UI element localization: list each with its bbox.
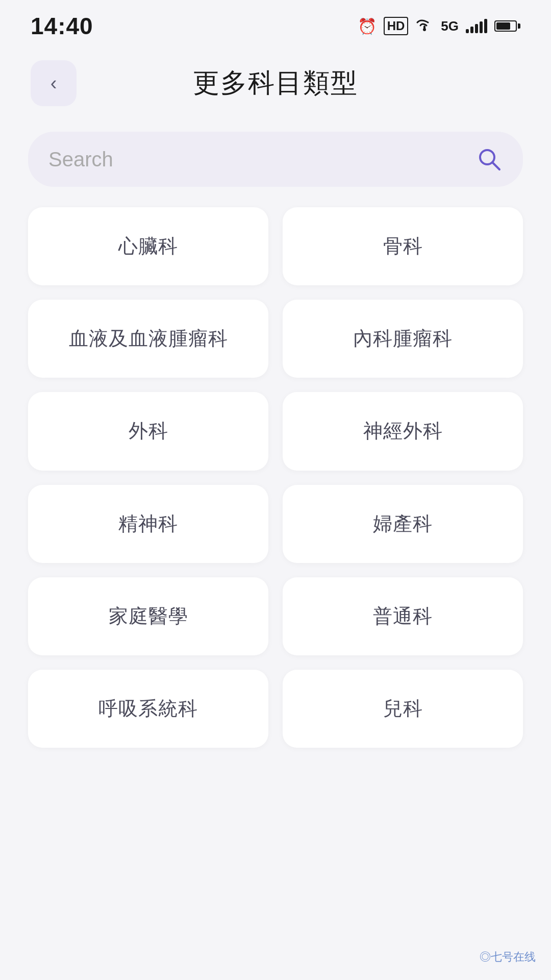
status-icons: ⏰ HD 5G bbox=[358, 17, 520, 35]
search-bar bbox=[28, 132, 523, 187]
category-label-pediatrics: 兒科 bbox=[383, 695, 423, 722]
category-label-respiratory: 呼吸系統科 bbox=[98, 695, 198, 722]
category-card-general-practice[interactable]: 普通科 bbox=[283, 577, 523, 655]
wifi-icon bbox=[415, 17, 434, 35]
category-card-obstetrics[interactable]: 婦產科 bbox=[283, 485, 523, 563]
watermark: ◎七号在线 bbox=[480, 949, 536, 965]
page-header: ‹ 更多科目類型 bbox=[0, 45, 551, 116]
status-time: 14:40 bbox=[31, 12, 93, 40]
category-label-hematology: 血液及血液腫瘤科 bbox=[69, 325, 228, 352]
category-label-orthopedics: 骨科 bbox=[383, 233, 423, 260]
category-label-obstetrics: 婦產科 bbox=[373, 510, 433, 537]
category-card-psychiatry[interactable]: 精神科 bbox=[28, 485, 268, 563]
status-bar: 14:40 ⏰ HD 5G bbox=[0, 0, 551, 45]
category-label-surgery: 外科 bbox=[129, 418, 168, 445]
search-container bbox=[28, 132, 523, 187]
category-card-pediatrics[interactable]: 兒科 bbox=[283, 670, 523, 748]
search-icon bbox=[476, 146, 503, 173]
alarm-icon: ⏰ bbox=[358, 17, 377, 35]
search-input[interactable] bbox=[48, 148, 466, 171]
category-card-family-medicine[interactable]: 家庭醫學 bbox=[28, 577, 268, 655]
signal-icon bbox=[466, 19, 487, 33]
category-card-orthopedics[interactable]: 骨科 bbox=[283, 207, 523, 285]
battery-icon bbox=[494, 20, 520, 32]
category-grid: 心臟科骨科血液及血液腫瘤科內科腫瘤科外科神經外科精神科婦產科家庭醫學普通科呼吸系… bbox=[0, 197, 551, 768]
back-button[interactable]: ‹ bbox=[31, 60, 77, 106]
back-arrow-icon: ‹ bbox=[51, 74, 57, 93]
svg-point-0 bbox=[423, 28, 426, 31]
category-label-family-medicine: 家庭醫學 bbox=[109, 603, 188, 630]
category-label-psychiatry: 精神科 bbox=[118, 510, 178, 537]
category-card-neurosurgery[interactable]: 神經外科 bbox=[283, 392, 523, 470]
search-button[interactable] bbox=[476, 146, 503, 173]
category-card-hematology[interactable]: 血液及血液腫瘤科 bbox=[28, 300, 268, 378]
category-label-general-practice: 普通科 bbox=[373, 603, 433, 630]
svg-line-2 bbox=[492, 162, 499, 169]
category-label-cardiology: 心臟科 bbox=[118, 233, 178, 260]
category-card-medical-oncology[interactable]: 內科腫瘤科 bbox=[283, 300, 523, 378]
category-label-neurosurgery: 神經外科 bbox=[363, 418, 443, 445]
hd-icon: HD bbox=[384, 17, 409, 35]
page-title: 更多科目類型 bbox=[77, 65, 474, 101]
category-card-respiratory[interactable]: 呼吸系統科 bbox=[28, 670, 268, 748]
5g-icon: 5G bbox=[441, 18, 459, 34]
category-card-surgery[interactable]: 外科 bbox=[28, 392, 268, 470]
category-card-cardiology[interactable]: 心臟科 bbox=[28, 207, 268, 285]
category-label-medical-oncology: 內科腫瘤科 bbox=[353, 325, 453, 352]
